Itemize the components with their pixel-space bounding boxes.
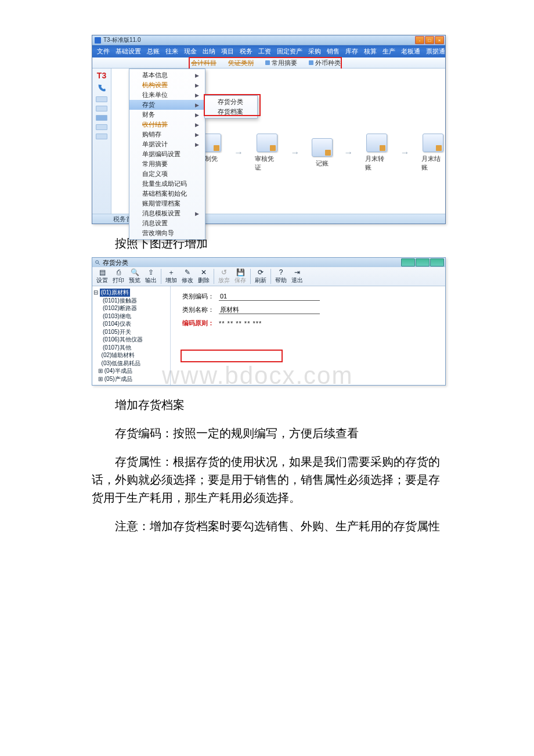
menu-ar[interactable]: 往来 <box>163 46 181 56</box>
app-body: T3 填制凭证 → 审核凭证 → 记账 → 月末转账 → 月末结账 <box>92 69 445 214</box>
transfer-icon <box>366 134 387 152</box>
tb-cancel: ↺放弃 <box>217 268 232 285</box>
phone-icon <box>97 84 106 93</box>
tb-preview[interactable]: 🔍预览 <box>127 268 142 285</box>
tree-node[interactable]: (0104)仪表 <box>93 320 169 328</box>
tb-add[interactable]: ＋增加 <box>164 268 179 285</box>
maximize-button[interactable]: □ <box>425 36 434 44</box>
menu-project[interactable]: 项目 <box>219 46 236 56</box>
menu-learn[interactable]: 学习中心 <box>449 46 479 56</box>
tree-node[interactable]: ⊞ (05)产成品 <box>93 375 169 383</box>
tb-print[interactable]: ⎙打印 <box>111 268 126 285</box>
dd-custom[interactable]: 自定义项 <box>129 169 205 179</box>
menu-salary[interactable]: 工资 <box>256 46 273 56</box>
dd-finance[interactable]: 财务▶ <box>129 110 205 120</box>
tb-exit[interactable]: ⇥退出 <box>290 268 305 285</box>
menu-cashier[interactable]: 出纳 <box>200 46 218 56</box>
dd-summary[interactable]: 常用摘要 <box>129 159 205 169</box>
tree-node[interactable]: (0106)其他仪器 <box>93 336 169 344</box>
dd-msg[interactable]: 消息设置 <box>129 218 205 228</box>
dd-org[interactable]: 机构设置▶ <box>129 80 205 90</box>
flow-step-audit[interactable]: 审核凭证 <box>255 134 279 172</box>
tb-delete[interactable]: ✕删除 <box>196 268 211 285</box>
dd-form-design[interactable]: 单据设计▶ <box>129 139 205 149</box>
separator <box>250 269 251 284</box>
flow-step-transfer[interactable]: 月末转账 <box>365 134 389 172</box>
input-name[interactable] <box>219 305 320 314</box>
window-titlebar[interactable]: T3-标准版11.0 - □ × <box>92 35 445 45</box>
print-icon: ⎙ <box>114 268 123 276</box>
close-button[interactable] <box>430 258 444 267</box>
separator <box>270 269 271 284</box>
tree-node[interactable]: (0103)继电 <box>93 312 169 321</box>
document-page: T3-标准版11.0 - □ × 文件 基础设置 总账 往来 现金 出纳 项目 … <box>0 35 534 756</box>
menu-boss[interactable]: 老板通 <box>399 46 423 56</box>
dd-basic-info[interactable]: 基本信息▶ <box>129 70 205 80</box>
dd-inventory[interactable]: 存货▶ <box>129 100 205 110</box>
dd-settle[interactable]: 收付结算▶ <box>129 120 205 129</box>
tb-help[interactable]: ?帮助 <box>273 268 288 285</box>
menu-cost[interactable]: 核算 <box>362 46 379 56</box>
exit-icon: ⇥ <box>293 268 302 276</box>
tree-node[interactable]: (0107)其他 <box>93 344 169 352</box>
sidebar-tab[interactable] <box>96 106 107 111</box>
preview-icon: 🔍 <box>130 268 139 276</box>
dd-trade[interactable]: 购销存▶ <box>129 129 205 139</box>
close-button[interactable]: × <box>435 36 444 44</box>
maximize-button[interactable] <box>416 258 430 267</box>
paragraph: 注意：增加存货档案时要勾选销售、外购、生产耗用的存货属性 <box>92 517 440 535</box>
highlight-box-submenu <box>204 94 261 116</box>
dd-period[interactable]: 账期管理档案 <box>129 199 205 208</box>
dd-msg-tpl[interactable]: 消息模板设置▶ <box>129 208 205 218</box>
menu-prod[interactable]: 生产 <box>380 46 398 56</box>
dd-code-setting[interactable]: 单据编码设置 <box>129 149 205 159</box>
sidebar-tab-selected[interactable] <box>96 115 107 121</box>
flow-step-close[interactable]: 月末结账 <box>421 134 445 172</box>
menu-tax[interactable]: 税务 <box>237 46 255 56</box>
flow-step-post[interactable]: 记账 <box>312 138 333 168</box>
dd-vat[interactable]: 营改增向导 <box>129 228 205 238</box>
menu-stock[interactable]: 库存 <box>343 46 360 56</box>
tb-edit[interactable]: ✎修改 <box>180 268 195 285</box>
tb-refresh[interactable]: ⟳刷新 <box>253 268 268 285</box>
menu-sales[interactable]: 销售 <box>324 46 342 56</box>
tree-node[interactable]: ⊞ (04)半成品 <box>93 367 169 375</box>
post-icon <box>312 138 333 157</box>
dialog-titlebar[interactable]: 存货分类 <box>92 258 445 267</box>
screenshot-t3-menu: T3-标准版11.0 - □ × 文件 基础设置 总账 往来 现金 出纳 项目 … <box>92 35 446 224</box>
tree-node[interactable]: (02)辅助材料 <box>93 351 169 359</box>
minimize-button[interactable] <box>401 258 415 267</box>
screenshot-inventory-category: 存货分类 ▤设置 ⎙打印 🔍预览 ⇪输出 ＋增加 ✎修改 ✕删除 ↺放弃 💾保存… <box>92 257 446 386</box>
menu-gl[interactable]: 总账 <box>145 46 162 56</box>
menu-file[interactable]: 文件 <box>95 46 112 56</box>
menu-purchase[interactable]: 采购 <box>306 46 323 56</box>
menu-bill[interactable]: 票据通 <box>424 46 448 56</box>
menu-cash[interactable]: 现金 <box>182 46 199 56</box>
paragraph: 存货编码：按照一定的规则编写，方便后续查看 <box>92 424 440 442</box>
menu-basic[interactable]: 基础设置 <box>113 46 143 56</box>
menu-service[interactable]: 产品服务 <box>480 46 510 56</box>
dd-init[interactable]: 基础档案初始化 <box>129 189 205 199</box>
separator <box>214 269 214 284</box>
input-code[interactable] <box>219 292 320 301</box>
window-controls <box>401 258 444 267</box>
menu-fa[interactable]: 固定资产 <box>275 46 305 56</box>
tb-export[interactable]: ⇪输出 <box>143 268 158 285</box>
tree-node[interactable]: (0102)断路器 <box>93 304 169 312</box>
tree-root[interactable]: (01)原材料 <box>100 289 130 297</box>
minimize-button[interactable]: - <box>415 36 424 44</box>
tree-node[interactable]: (0101)接触器 <box>93 297 169 305</box>
dd-batch-code[interactable]: 批量生成助记码 <box>129 179 205 189</box>
tree-node[interactable]: (0105)开关 <box>93 328 169 336</box>
sidebar-tab[interactable] <box>96 96 107 102</box>
sidebar-tab[interactable] <box>96 124 107 130</box>
dd-partner[interactable]: 往来单位▶ <box>129 90 205 100</box>
save-icon: 💾 <box>236 268 245 276</box>
sidebar-tab[interactable] <box>96 134 107 139</box>
category-tree[interactable]: ⊟ (01)原材料 (0101)接触器 (0102)断路器 (0103)继电 (… <box>92 286 171 385</box>
menu-workspace[interactable]: 工作圈 <box>511 46 534 56</box>
arrow-icon: → <box>400 147 410 158</box>
logo: T3 <box>97 71 106 80</box>
tb-settings[interactable]: ▤设置 <box>95 268 110 285</box>
tree-node[interactable]: (03)低值易耗品 <box>93 359 169 368</box>
